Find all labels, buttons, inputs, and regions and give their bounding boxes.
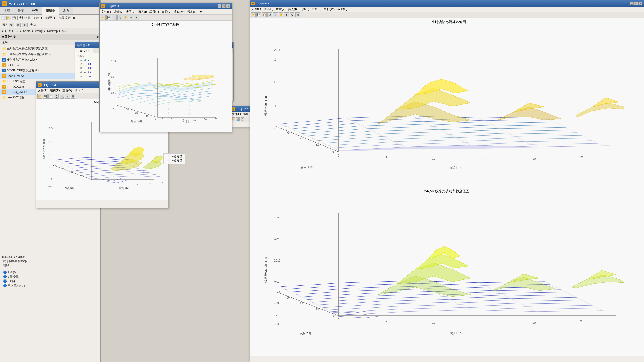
sidebar-section-0: IEEE33_VNOR.m 动态网络重构socp 管理 (0, 254, 100, 269)
f4-open-icon[interactable]: 📂 (232, 117, 235, 121)
f2-menu-help[interactable]: 帮助(H) (337, 7, 347, 11)
figure2-close[interactable]: × (638, 2, 642, 5)
find-files-btn[interactable]: 查找文件 (19, 16, 31, 20)
f2-select-icon[interactable]: ⊞ (295, 12, 300, 17)
tab-publish[interactable]: 发布 (59, 7, 73, 14)
f1-menu-view[interactable]: 查看(V) (126, 10, 136, 14)
sidebar-item-4[interactable]: 🔵 网络重构约束 (2, 283, 98, 288)
f2-menu-file[interactable]: 文件(F) (251, 7, 261, 11)
run-btn[interactable]: ▶ (73, 16, 75, 20)
f3-menu-edit[interactable]: 编辑(E) (50, 89, 60, 93)
f1-open-icon[interactable]: 📂 (101, 15, 106, 20)
f1-ylabel: 节点序号 (131, 120, 142, 123)
f1-menu-edit[interactable]: 编辑(E) (114, 10, 123, 14)
figure1-svg-container: 时刻（h） 节点序号 电压幅值（pu） 1 1.05 1.1 1.15 0 5 … (100, 28, 232, 125)
file-name-0: 主动配电网最优潮流研究及其应... (7, 47, 50, 51)
f3-copy-icon[interactable]: 📋 (48, 94, 53, 99)
open-button[interactable]: 📂 (6, 16, 11, 20)
save-button[interactable]: 💾 (12, 16, 16, 20)
f2-print-icon[interactable]: 🖨 (267, 12, 272, 17)
f2-menu-insert[interactable]: 插入(I) (288, 7, 297, 11)
legend-line-1 (166, 157, 171, 157)
legend-item-2: ●点支路 (166, 159, 183, 163)
comment-btn[interactable]: 注释 (58, 16, 64, 20)
figure2-title: Figure 2 (258, 2, 269, 5)
f3-cursor-icon[interactable]: ↖ (65, 94, 70, 99)
figure2-minimize[interactable]: _ (630, 2, 634, 5)
tab-home[interactable]: 主页 (0, 7, 14, 14)
zoom-btn[interactable]: % (22, 23, 28, 27)
f3-zoom-icon[interactable]: 🔍 (60, 94, 64, 99)
sidebar-item-3[interactable]: 🔵 3.约束 (2, 279, 98, 283)
figure3-logo: M (38, 83, 42, 87)
f2-cursor-icon[interactable]: ↖ (290, 12, 294, 17)
f2-copy-icon[interactable]: 📋 (262, 12, 267, 17)
sidebar-item-manage[interactable]: 管理 (2, 263, 98, 268)
editor-tab-main[interactable]: main.m × (75, 48, 93, 53)
svg-text:30: 30 (287, 131, 290, 134)
f1-menu-desktop[interactable]: 桌面(D) (162, 10, 171, 14)
f2-zoom-icon[interactable]: 🔍 (273, 12, 278, 17)
f3-print-icon[interactable]: 🖨 (54, 94, 59, 99)
compare-btn[interactable]: 比较 ▼ (33, 16, 43, 20)
f3-open-icon[interactable]: 📂 (37, 94, 42, 99)
svg-text:0.01: 0.01 (274, 280, 280, 283)
figure1-maximize[interactable]: □ (222, 4, 226, 8)
indent-btn[interactable]: 缩进 (65, 16, 71, 20)
f2-rotate-icon[interactable]: ↻ (284, 12, 289, 17)
f2-menu-edit[interactable]: 编辑(E) (264, 7, 273, 11)
svg-text:20: 20 (533, 157, 536, 160)
f1-menu-file[interactable]: 文件(F) (101, 10, 111, 14)
f1-print-icon[interactable]: 🖨 (112, 15, 117, 20)
svg-text:时刻（h）: 时刻（h） (450, 166, 465, 170)
svg-text:10: 10 (80, 175, 83, 177)
tab-app[interactable]: APP (28, 7, 42, 14)
figure1-minimize[interactable]: _ (218, 4, 221, 8)
file-panel-options[interactable]: ⚙ (96, 35, 99, 38)
f4-copy-icon[interactable]: 📋 (241, 117, 244, 121)
f1-zoom-icon[interactable]: 🔍 (117, 15, 122, 20)
f3-menu-insert[interactable]: 插入(I) (75, 89, 83, 93)
f1-menu-insert[interactable]: 插入(I) (138, 10, 147, 14)
f1-menu-tools[interactable]: 工具(T) (149, 10, 159, 14)
figure2-menubar: 文件(F) 编辑(E) 查看(V) 插入(I) 工具(T) 桌面(D) 窗口(W… (250, 7, 644, 12)
goto-btn[interactable]: →转至 ▼ (43, 16, 56, 20)
svg-text:0: 0 (51, 178, 52, 180)
f4-menu-file[interactable]: 文件(F) (232, 112, 241, 116)
folder-icon-9: 📁 (2, 96, 6, 99)
fx-btn[interactable]: fx (9, 23, 14, 27)
sidebar-item-2[interactable]: 🔵 2.设变量 (2, 274, 98, 279)
figure1-title: Figure 1 (108, 4, 119, 8)
sidebar-item-socp[interactable]: 动态网络重构socp (2, 259, 98, 263)
f4-save-icon[interactable]: 💾 (236, 117, 240, 121)
tab-editor[interactable]: 编辑器 (42, 7, 59, 15)
f1-menu-window[interactable]: 窗口(W) (174, 10, 185, 14)
f2-menu-desktop[interactable]: 桌面(D) (312, 7, 321, 11)
f1-menu-more[interactable]: ▶ (200, 10, 202, 14)
percent-btn[interactable]: % (16, 23, 21, 27)
f2-menu-tools[interactable]: 工具(T) (300, 7, 309, 11)
svg-text:30: 30 (287, 296, 290, 299)
figure1-close[interactable]: × (226, 4, 230, 8)
f3-save-icon[interactable]: 💾 (43, 94, 48, 99)
f3-select-icon[interactable]: ⊞ (71, 94, 75, 99)
f1-rotate-icon[interactable]: ↻ (129, 15, 133, 20)
figure2-maximize[interactable]: □ (634, 2, 638, 5)
f2-menu-window[interactable]: 窗口(W) (324, 7, 335, 11)
svg-text:5: 5 (385, 156, 387, 159)
f2-pan-icon[interactable]: ✋ (279, 12, 283, 17)
f1-save-icon[interactable]: 💾 (106, 15, 111, 20)
tab-plot[interactable]: 绘图 (14, 7, 28, 14)
sidebar-item-1[interactable]: 🔵 1.设参 (2, 270, 98, 274)
f2-menu-view[interactable]: 查看(V) (276, 7, 286, 11)
f1-pan-icon[interactable]: ✋ (123, 15, 128, 20)
svg-text:0.02: 0.02 (49, 153, 53, 156)
f1-cursor-icon[interactable]: ↖ (134, 15, 139, 20)
new-button[interactable]: 📄 (1, 16, 6, 20)
f3-menu-view[interactable]: 查看(V) (62, 89, 72, 93)
f1-menu-help[interactable]: 帮助(H) (187, 10, 197, 14)
f2-save-icon[interactable]: 💾 (256, 12, 261, 17)
f3-menu-file[interactable]: 文件(F) (38, 89, 47, 93)
f2-open-icon[interactable]: 📂 (251, 12, 256, 17)
svg-text:0: 0 (276, 313, 277, 316)
